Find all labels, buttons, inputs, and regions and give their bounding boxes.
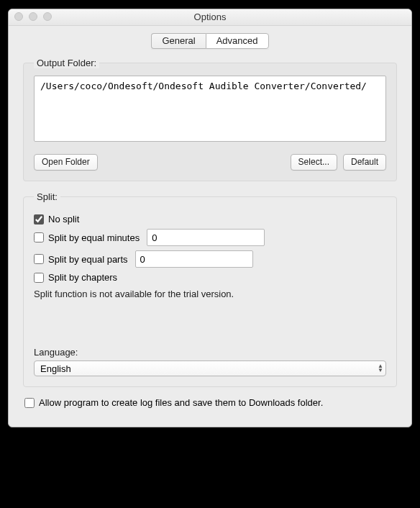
window-title: Options: [194, 12, 227, 22]
language-select[interactable]: English: [34, 360, 386, 376]
tab-advanced[interactable]: Advanced: [206, 33, 269, 49]
close-icon[interactable]: [14, 12, 23, 21]
split-chapters-checkbox[interactable]: [34, 273, 44, 283]
minimize-icon[interactable]: [29, 12, 37, 21]
no-split-label: No split: [48, 214, 79, 224]
default-folder-button[interactable]: Default: [343, 154, 386, 171]
language-label: Language:: [34, 347, 386, 358]
no-split-checkbox[interactable]: [34, 214, 44, 224]
output-folder-group: Output Folder: Open Folder Select... Def…: [23, 58, 397, 181]
split-minutes-checkbox[interactable]: [34, 232, 44, 242]
split-parts-label: Split by equal parts: [48, 254, 128, 265]
window-controls: [14, 12, 52, 21]
log-row: Allow program to create log files and sa…: [24, 397, 394, 408]
split-parts-input[interactable]: [135, 250, 253, 268]
split-chapters-row: Split by chapters: [34, 272, 386, 283]
titlebar: Options: [9, 9, 411, 26]
split-minutes-row: Split by equal minutes: [34, 229, 386, 246]
split-trial-note: Split function is not available for the …: [34, 289, 386, 299]
split-minutes-label: Split by equal minutes: [48, 232, 140, 243]
options-window: Options General Advanced Output Folder: …: [8, 9, 412, 427]
split-minutes-input[interactable]: [147, 229, 265, 246]
log-checkbox[interactable]: [24, 398, 35, 408]
split-parts-row: Split by equal parts: [34, 250, 386, 268]
log-label: Allow program to create log files and sa…: [39, 397, 323, 408]
tab-general[interactable]: General: [151, 33, 205, 49]
split-chapters-label: Split by chapters: [48, 272, 117, 283]
split-parts-checkbox[interactable]: [34, 254, 44, 264]
output-path-field[interactable]: [34, 76, 386, 142]
split-legend: Split:: [34, 191, 60, 202]
no-split-row: No split: [34, 214, 386, 224]
open-folder-button[interactable]: Open Folder: [34, 154, 98, 171]
select-folder-button[interactable]: Select...: [291, 154, 337, 171]
split-group: Split: No split Split by equal minutes S…: [23, 191, 397, 387]
zoom-icon[interactable]: [43, 12, 52, 21]
tab-bar: General Advanced: [9, 26, 411, 53]
output-folder-legend: Output Folder:: [34, 58, 99, 68]
